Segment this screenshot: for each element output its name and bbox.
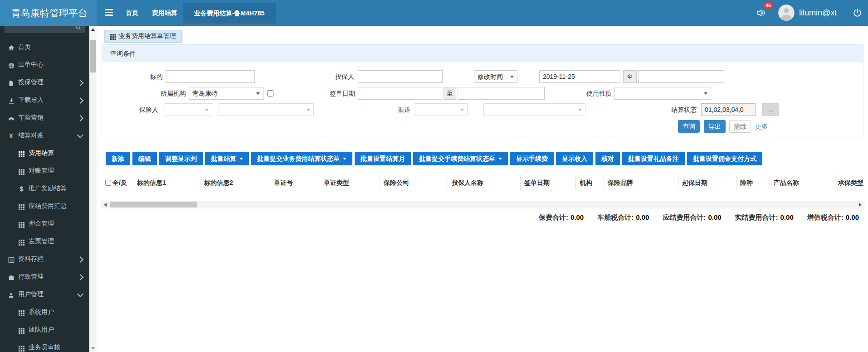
modify-date-to-input[interactable] <box>638 70 724 83</box>
toolbar-button-批量提交业务费用结算状态至[interactable]: 批量提交业务费用结算状态至 <box>251 152 352 165</box>
sidebar-item-资料存档[interactable]: 资料存档 <box>0 250 89 268</box>
toolbar-button-显示收入[interactable]: 显示收入 <box>556 152 593 165</box>
clear-button[interactable]: 清除 <box>729 120 751 133</box>
table-header-保险品牌: 保险品牌 <box>604 175 678 190</box>
sidebar-item-费用结算[interactable]: 费用结算 <box>0 144 89 162</box>
power-logout-icon[interactable] <box>852 8 863 18</box>
home-icon <box>7 39 15 57</box>
sidebar-item-行政管理[interactable]: 行政管理 <box>0 268 89 285</box>
hamburger-icon[interactable] <box>105 9 114 17</box>
sidebar-item-label: 系统用户 <box>29 308 54 315</box>
toolbar-button-批量设置结算月[interactable]: 批量设置结算月 <box>355 152 411 165</box>
user-icon <box>7 286 15 304</box>
toolbar-button-新添[interactable]: 新添 <box>106 152 130 165</box>
toolbar-button-批量设置礼品备注[interactable]: 批量设置礼品备注 <box>622 152 685 165</box>
toolbar-button-调整显示列[interactable]: 调整显示列 <box>159 152 203 165</box>
sidebar-item-下载导入[interactable]: 下载导入 <box>0 91 89 109</box>
sidebar-item-label: 结算对账 <box>18 131 44 139</box>
sidebar-item-车险营销[interactable]: 车险营销 <box>0 109 89 126</box>
toolbar-button-label: 批量设置结算月 <box>361 155 405 162</box>
grid-icon <box>17 163 26 180</box>
modify-date-from-input[interactable] <box>539 70 620 83</box>
toolbar-button-批量结算[interactable]: 批量结算 <box>205 152 249 165</box>
table-horizontal-scrollbar[interactable] <box>102 201 864 208</box>
nav-tab-1[interactable]: 费用结算 <box>146 0 183 26</box>
scroll-left-arrow-icon[interactable] <box>102 201 109 208</box>
settle-status-input[interactable] <box>701 103 756 116</box>
sidebar-item-系统用户[interactable]: 系统用户 <box>0 303 89 321</box>
sidebar-item-业务员审核[interactable]: 业务员审核 <box>0 338 89 352</box>
label-organization: 所属机构 <box>141 87 186 100</box>
sidebar-item-发票管理[interactable]: 发票管理 <box>0 232 89 250</box>
nav-tab-0[interactable]: 首页 <box>117 0 146 26</box>
notifications-speaker-icon[interactable] <box>756 8 766 18</box>
sidebar-item-首页[interactable]: 首页 <box>0 38 89 56</box>
username[interactable]: lilumin@xt <box>799 0 837 26</box>
sidebar-item-投保管理[interactable]: 投保管理 <box>0 73 89 91</box>
table-header-承保类型: 承保类型 <box>834 175 868 190</box>
grid-icon <box>110 33 116 40</box>
toolbar-button-显示手续费[interactable]: 显示手续费 <box>510 152 554 165</box>
table-header-单证类型: 单证类型 <box>320 175 380 190</box>
export-button[interactable]: 导出 <box>704 120 726 133</box>
sidebar-item-应结费用汇总[interactable]: 应结费用汇总 <box>0 197 89 215</box>
toolbar-button-label: 批量提交手续费结算状态至 <box>419 155 495 162</box>
organization-select[interactable]: 青岛康特 <box>189 87 263 100</box>
table-header-标的信息2: 标的信息2 <box>200 175 270 190</box>
sidebar-menu: 首页出单中心投保管理下载导入车险营销¥结算对账费用结算对账管理$推广奖励结算应结… <box>0 38 89 352</box>
sign-date-from-input[interactable] <box>358 87 442 100</box>
channel-select-2[interactable] <box>483 103 585 116</box>
table-header-投保人名称: 投保人名称 <box>448 175 521 190</box>
sidebar-item-团队用户[interactable]: 团队用户 <box>0 321 89 338</box>
sidebar-item-结算对账[interactable]: ¥结算对账 <box>0 126 89 144</box>
scroll-up-arrow-icon[interactable] <box>89 26 97 33</box>
sidebar: 首页出单中心投保管理下载导入车险营销¥结算对账费用结算对账管理$推广奖励结算应结… <box>0 26 89 352</box>
table-header-select-all: 全/反 <box>102 175 133 190</box>
scroll-down-arrow-icon[interactable] <box>89 345 97 352</box>
organization-checkbox[interactable] <box>267 90 273 96</box>
toolbar-button-核对[interactable]: 核对 <box>595 152 620 165</box>
more-link[interactable]: 更多 <box>755 120 768 133</box>
time-field-select[interactable]: 修改时间 <box>474 70 517 83</box>
scroll-right-arrow-icon[interactable] <box>857 201 864 208</box>
table-header-标的信息1: 标的信息1 <box>133 175 200 190</box>
caret-down-icon <box>704 92 707 95</box>
applicant-input[interactable] <box>358 70 443 83</box>
total-label: 车船税合计: <box>597 213 634 221</box>
subject-input[interactable] <box>166 70 255 83</box>
avatar[interactable] <box>778 5 795 21</box>
channel-select-1[interactable] <box>415 103 468 116</box>
sidebar-search-input[interactable] <box>5 26 80 32</box>
toolbar-button-编辑[interactable]: 编辑 <box>132 152 157 165</box>
sidebar-scrollbar[interactable] <box>89 26 97 352</box>
grid-icon <box>17 304 26 322</box>
select-all-checkbox[interactable] <box>105 180 111 186</box>
settle-status-more-button[interactable]: ... <box>762 103 779 116</box>
page-tab-settlement-management[interactable]: 业务费用结算单管理 <box>104 30 182 43</box>
sidebar-item-对账管理[interactable]: 对账管理 <box>0 162 89 179</box>
toolbar-button-label: 核对 <box>601 155 614 162</box>
label-sign-date: 签单日期 <box>310 87 355 100</box>
usage-nature-select[interactable] <box>614 87 711 100</box>
search-button[interactable]: 查询 <box>678 120 700 133</box>
sidebar-item-用户管理[interactable]: 用户管理 <box>0 285 89 303</box>
chevron-right-icon <box>77 274 83 280</box>
sidebar-item-推广奖励结算[interactable]: $推广奖励结算 <box>0 179 89 197</box>
toolbar-button-批量提交手续费结算状态至[interactable]: 批量提交手续费结算状态至 <box>413 152 508 165</box>
sidebar-item-出单中心[interactable]: 出单中心 <box>0 56 89 73</box>
dollar-icon: $ <box>17 180 26 198</box>
caret-down-icon <box>239 158 243 160</box>
notification-badge[interactable]: 45 <box>764 1 773 10</box>
insurer-select-2[interactable] <box>219 103 314 116</box>
caret-down-icon <box>307 109 310 111</box>
search-icon[interactable] <box>75 26 81 31</box>
sidebar-scrollbar-thumb[interactable] <box>90 40 96 72</box>
table-header-单证号: 单证号 <box>270 175 320 190</box>
horizontal-scrollbar-thumb[interactable] <box>110 202 197 207</box>
insurer-select-1[interactable] <box>165 103 212 116</box>
main-content: 业务费用结算单管理 查询条件 标的 投保人 修改时间 至 所属机构 青岛康特 签… <box>97 26 868 352</box>
toolbar-button-批量设置佣金支付方式[interactable]: 批量设置佣金支付方式 <box>687 152 762 165</box>
sign-date-to-input[interactable] <box>458 87 545 100</box>
sidebar-item-押金管理[interactable]: 押金管理 <box>0 215 89 232</box>
nav-tab-2[interactable]: 业务费用结算-鲁M4H785 <box>183 3 276 24</box>
